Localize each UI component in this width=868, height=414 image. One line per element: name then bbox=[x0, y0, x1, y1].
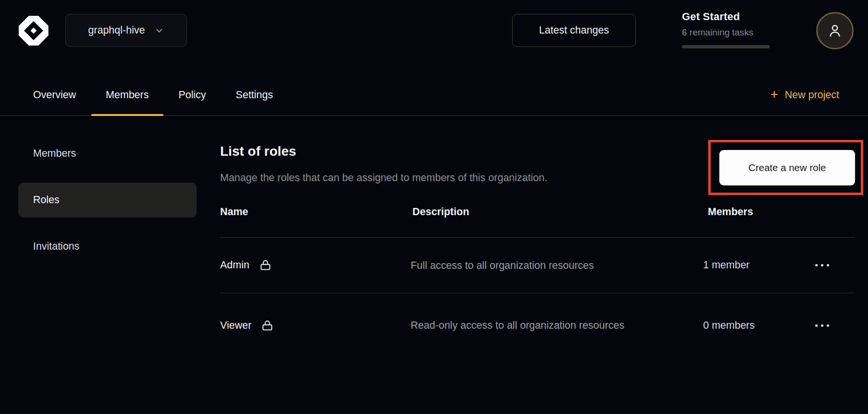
sidebar-item-roles[interactable]: Roles bbox=[18, 183, 197, 218]
role-description: Full access to all organization resource… bbox=[411, 260, 594, 271]
get-started-title: Get Started bbox=[682, 11, 773, 23]
role-name: Admin bbox=[220, 259, 249, 271]
page-title: List of roles bbox=[220, 144, 296, 159]
user-avatar[interactable] bbox=[816, 12, 854, 49]
lock-icon bbox=[261, 319, 274, 332]
role-name: Viewer bbox=[220, 320, 251, 332]
get-started-progress-bar bbox=[682, 45, 770, 48]
roles-table: Name Description Members Admin Full acce… bbox=[220, 206, 855, 357]
row-actions-menu-button[interactable] bbox=[813, 321, 831, 331]
column-header-members: Members bbox=[708, 206, 819, 218]
table-row-admin: Admin Full access to all organization re… bbox=[220, 238, 855, 293]
latest-changes-button[interactable]: Latest changes bbox=[512, 14, 636, 47]
plus-icon: + bbox=[770, 88, 778, 101]
sidebar-item-members[interactable]: Members bbox=[18, 136, 197, 171]
lock-icon bbox=[259, 259, 272, 272]
get-started-widget[interactable]: Get Started 6 remaining tasks bbox=[682, 11, 773, 48]
organization-name: graphql-hive bbox=[88, 24, 145, 36]
latest-changes-label: Latest changes bbox=[539, 24, 609, 36]
roles-table-header: Name Description Members bbox=[220, 206, 855, 238]
tab-policy[interactable]: Policy bbox=[178, 74, 206, 115]
tab-overview[interactable]: Overview bbox=[33, 74, 76, 115]
chevron-down-icon bbox=[154, 26, 164, 35]
new-project-label: New project bbox=[785, 89, 839, 101]
table-row-viewer: Viewer Read-only access to all organizat… bbox=[220, 293, 855, 357]
role-description: Read-only access to all organization res… bbox=[411, 320, 624, 331]
tab-members[interactable]: Members bbox=[106, 74, 149, 115]
page-subtitle: Manage the roles that can be assigned to… bbox=[220, 172, 547, 184]
role-member-count: 1 member bbox=[703, 259, 750, 271]
row-actions-menu-button[interactable] bbox=[813, 260, 831, 270]
hive-logo[interactable] bbox=[17, 14, 50, 47]
organization-selector[interactable]: graphql-hive bbox=[65, 14, 187, 47]
role-member-count: 0 members bbox=[703, 320, 755, 331]
create-new-role-button[interactable]: Create a new role bbox=[719, 150, 855, 185]
tab-settings[interactable]: Settings bbox=[236, 74, 273, 115]
column-header-name: Name bbox=[220, 206, 412, 218]
get-started-remaining-tasks: 6 remaining tasks bbox=[682, 27, 773, 38]
user-icon bbox=[827, 23, 843, 39]
create-new-role-label: Create a new role bbox=[749, 162, 826, 173]
new-project-link[interactable]: + New project bbox=[770, 74, 839, 115]
sidebar-item-invitations[interactable]: Invitations bbox=[18, 229, 197, 264]
org-tab-bar: Overview Members Policy Settings + New p… bbox=[0, 74, 868, 116]
members-sidebar: Members Roles Invitations bbox=[0, 136, 220, 276]
column-header-description: Description bbox=[412, 206, 708, 218]
